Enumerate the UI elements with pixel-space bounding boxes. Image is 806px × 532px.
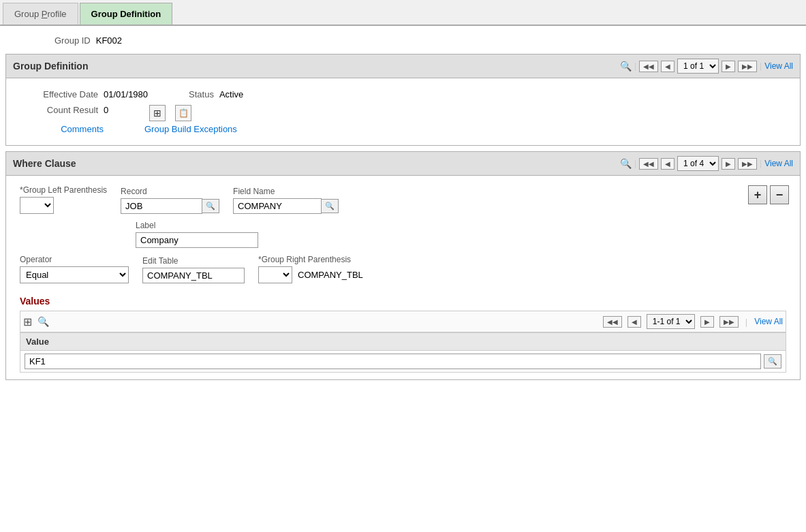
effective-date-field: Effective Date 01/01/1980	[33, 89, 148, 99]
gd-next-btn[interactable]: ▶	[722, 61, 735, 72]
values-next-btn[interactable]: ▶	[700, 316, 714, 328]
where-clause-title: Where Clause	[13, 158, 76, 169]
group-id-value: KF002	[96, 35, 122, 46]
label-field-label: Label	[136, 221, 258, 230]
group-definition-nav: 🔍 | ◀◀ ◀ 1 of 1 ▶ ▶▶ | View All	[620, 59, 793, 74]
label-field: Label Company	[136, 221, 258, 248]
gd-last-btn[interactable]: ▶▶	[738, 61, 757, 72]
group-left-parenthesis-field: *Group Left Parenthesis (	[20, 185, 107, 214]
values-toolbar: ⊞ 🔍 ◀◀ ◀ 1-1 of 1 ▶ ▶▶ | View All	[20, 311, 786, 332]
values-column-header: Value	[20, 333, 786, 351]
grid-icon: ⊞	[149, 105, 166, 121]
where-clause-nav: 🔍 | ◀◀ ◀ 1 of 4 ▶ ▶▶ | View All	[620, 156, 793, 171]
record-input[interactable]: JOB	[121, 198, 202, 214]
comments-link[interactable]: Comments	[61, 124, 104, 134]
label-input[interactable]: Company	[136, 232, 258, 248]
wc-row3: Operator Equal Not Equal Greater Than Le…	[20, 255, 786, 283]
value-search-btn[interactable]: 🔍	[764, 354, 781, 369]
count-result-value: 0	[104, 105, 108, 115]
effective-date-value: 01/01/1980	[104, 89, 148, 99]
copy-icon-link[interactable]: 📋	[175, 105, 191, 121]
add-remove-btns: + −	[748, 185, 789, 204]
search-icon[interactable]: 🔍	[620, 61, 632, 72]
values-first-btn[interactable]: ◀◀	[603, 316, 622, 328]
wc-next-btn[interactable]: ▶	[722, 158, 735, 170]
operator-field: Operator Equal Not Equal Greater Than Le…	[20, 255, 129, 283]
group-right-parenthesis-label: *Group Right Parenthesis	[258, 255, 363, 264]
icons-area: ⊞ 📋	[149, 105, 191, 121]
operator-label: Operator	[20, 255, 129, 264]
where-clause-section: Where Clause 🔍 | ◀◀ ◀ 1 of 4 ▶ ▶▶ | View…	[5, 151, 801, 380]
where-clause-body: + − *Group Left Parenthesis ( Record JOB…	[6, 176, 800, 379]
record-search-btn[interactable]: 🔍	[202, 199, 219, 213]
tab-bar: Group Profile Group Definition	[0, 0, 806, 26]
field-name-search-btn[interactable]: 🔍	[322, 199, 339, 213]
group-definition-header: Group Definition 🔍 | ◀◀ ◀ 1 of 1 ▶ ▶▶ | …	[6, 54, 800, 78]
field-name-field: Field Name COMPANY 🔍	[233, 187, 339, 214]
grid-icon-link[interactable]: ⊞	[149, 105, 166, 121]
values-section: Values ⊞ 🔍 ◀◀ ◀ 1-1 of 1 ▶ ▶▶ | View All…	[20, 296, 786, 373]
wc-prev-btn[interactable]: ◀	[661, 158, 675, 170]
glp-select-wrap: (	[20, 197, 107, 214]
values-prev-btn[interactable]: ◀	[627, 316, 641, 328]
tab-group-profile[interactable]: Group Profile	[3, 3, 78, 25]
tab-group-definition-label: Group Definition	[91, 9, 161, 19]
table-row: KF1 🔍	[20, 351, 786, 373]
status-value: Active	[219, 89, 243, 99]
group-right-parenthesis-field: *Group Right Parenthesis ) COMPANY_TBL	[258, 255, 363, 283]
values-grid-icon[interactable]: ⊞	[23, 315, 32, 328]
edit-table-field: Edit Table COMPANY_TBL	[142, 256, 245, 283]
gd-page-select[interactable]: 1 of 1	[677, 59, 719, 74]
count-result-field: Count Result 0	[33, 105, 108, 115]
group-definition-title: Group Definition	[13, 61, 88, 72]
wc-view-all[interactable]: View All	[764, 159, 793, 168]
value-cell: KF1 🔍	[20, 351, 786, 373]
group-definition-section: Group Definition 🔍 | ◀◀ ◀ 1 of 1 ▶ ▶▶ | …	[5, 54, 801, 146]
group-right-parenthesis-select[interactable]: )	[258, 266, 292, 283]
group-id-label: Group ID	[55, 35, 91, 46]
gd-first-btn[interactable]: ◀◀	[639, 61, 658, 72]
wc-row2: Label Company	[20, 221, 786, 248]
value-input[interactable]: KF1	[25, 354, 761, 369]
values-search-icon[interactable]: 🔍	[37, 316, 49, 327]
gd-prev-btn[interactable]: ◀	[661, 61, 675, 72]
values-view-all[interactable]: View All	[754, 317, 783, 326]
group-definition-body: Effective Date 01/01/1980 Status Active …	[6, 78, 800, 145]
record-field: Record JOB 🔍	[121, 187, 219, 214]
remove-row-button[interactable]: −	[770, 185, 789, 204]
group-left-parenthesis-select[interactable]: (	[20, 197, 54, 214]
values-page-select[interactable]: 1-1 of 1	[647, 314, 695, 329]
effective-date-label: Effective Date	[33, 89, 98, 99]
status-field: Status Active	[189, 89, 243, 99]
status-label: Status	[189, 89, 214, 99]
field-name-label: Field Name	[233, 187, 339, 196]
values-table: Value KF1 🔍	[20, 332, 786, 373]
wc-last-btn[interactable]: ▶▶	[738, 158, 757, 170]
operator-select[interactable]: Equal Not Equal Greater Than Less Than L…	[20, 266, 129, 283]
edit-table-input[interactable]: COMPANY_TBL	[142, 268, 245, 283]
values-last-btn[interactable]: ▶▶	[719, 316, 739, 328]
group-build-exceptions-link[interactable]: Group Build Exceptions	[144, 124, 237, 134]
field-name-input[interactable]: COMPANY	[233, 198, 322, 214]
wc-search-icon[interactable]: 🔍	[620, 158, 632, 169]
where-clause-header: Where Clause 🔍 | ◀◀ ◀ 1 of 4 ▶ ▶▶ | View…	[6, 152, 800, 176]
group-right-parenthesis-value: COMPANY_TBL	[298, 270, 363, 280]
header-area: Group ID KF002	[0, 26, 806, 51]
count-result-label: Count Result	[33, 105, 98, 115]
tab-group-definition[interactable]: Group Definition	[80, 3, 173, 25]
wc-page-select[interactable]: 1 of 4	[677, 156, 719, 171]
gd-view-all[interactable]: View All	[764, 61, 793, 71]
wc-first-btn[interactable]: ◀◀	[639, 158, 658, 170]
group-left-parenthesis-label: *Group Left Parenthesis	[20, 185, 107, 195]
edit-table-label: Edit Table	[142, 256, 245, 266]
copy-icon: 📋	[175, 105, 191, 121]
add-row-button[interactable]: +	[748, 185, 767, 204]
values-title: Values	[20, 296, 786, 307]
record-label: Record	[121, 187, 219, 196]
wc-row1: *Group Left Parenthesis ( Record JOB 🔍 F…	[20, 185, 786, 214]
